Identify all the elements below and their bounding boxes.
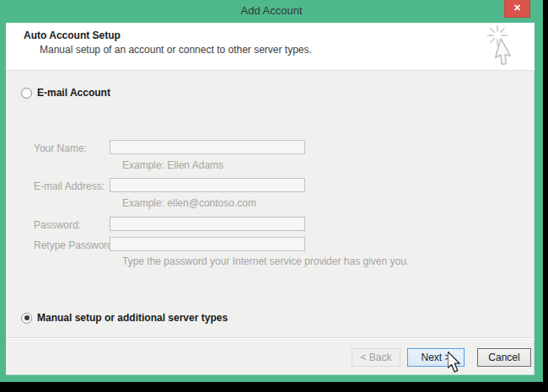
retype-password-input[interactable] <box>110 237 305 251</box>
close-icon: ✕ <box>513 3 521 13</box>
window-title: Add Account <box>0 0 543 22</box>
page-subtitle: Manual setup of an account or connect to… <box>40 44 312 56</box>
sparkle-cursor-icon <box>486 24 521 72</box>
radio-email-account[interactable]: E-mail Account <box>21 87 110 99</box>
close-button[interactable]: ✕ <box>504 0 530 18</box>
password-input[interactable] <box>110 217 305 231</box>
wizard-header: Auto Account Setup Manual setup of an ac… <box>6 23 535 71</box>
email-address-input[interactable] <box>110 178 305 192</box>
radio-circle-checked[interactable] <box>21 313 32 324</box>
dialog-body: Auto Account Setup Manual setup of an ac… <box>6 23 535 375</box>
retype-password-label: Retype Password: <box>34 239 116 251</box>
cancel-button[interactable]: Cancel <box>477 348 531 367</box>
radio-circle-unchecked[interactable] <box>21 88 32 99</box>
page-title: Auto Account Setup <box>24 30 121 41</box>
radio-email-account-label: E-mail Account <box>37 87 110 99</box>
email-address-label: E-mail Address: <box>34 180 105 192</box>
radio-manual-setup-label: Manual setup or additional server types <box>37 312 228 324</box>
your-name-input[interactable] <box>110 140 305 154</box>
titlebar[interactable]: Add Account ✕ <box>0 0 543 23</box>
button-area-divider <box>6 337 535 339</box>
password-label: Password: <box>34 219 81 231</box>
radio-manual-setup[interactable]: Manual setup or additional server types <box>21 312 228 324</box>
add-account-dialog: Add Account ✕ Auto Account Setup Manual … <box>0 0 543 382</box>
email-address-hint: Example: ellen@contoso.com <box>122 197 256 209</box>
your-name-hint: Example: Ellen Adams <box>122 159 223 171</box>
password-hint: Type the password your Internet service … <box>122 255 409 267</box>
mouse-cursor-icon <box>448 352 464 377</box>
back-button[interactable]: < Back <box>352 348 400 367</box>
your-name-label: Your Name: <box>34 142 87 154</box>
